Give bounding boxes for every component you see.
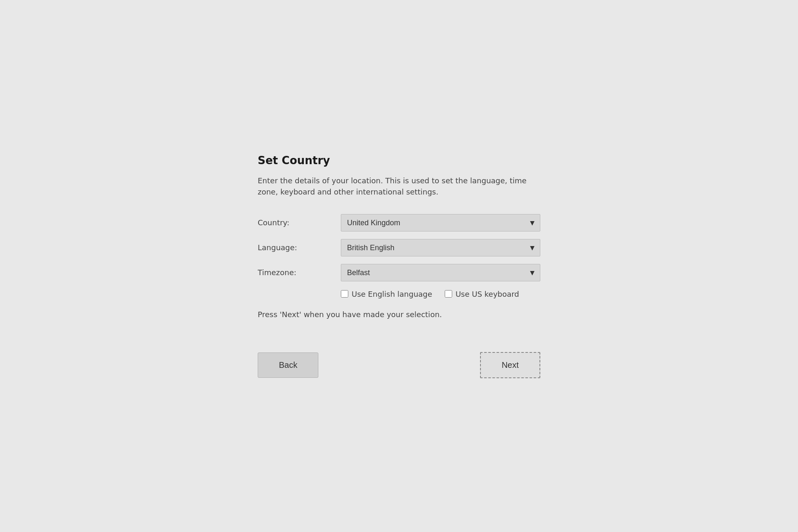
use-english-checkbox[interactable] xyxy=(341,290,348,298)
country-select[interactable]: United Kingdom United States Germany Fra… xyxy=(341,214,540,232)
checkboxes-row: Use English language Use US keyboard xyxy=(341,290,540,298)
back-button[interactable]: Back xyxy=(258,352,318,378)
press-next-text: Press 'Next' when you have made your sel… xyxy=(258,310,540,319)
language-label: Language: xyxy=(258,243,297,252)
page-title: Set Country xyxy=(258,154,540,167)
main-dialog: Set Country Enter the details of your lo… xyxy=(191,129,607,403)
use-us-keyboard-checkbox-label[interactable]: Use US keyboard xyxy=(445,290,519,298)
page-description: Enter the details of your location. This… xyxy=(258,175,540,197)
country-select-wrapper: United Kingdom United States Germany Fra… xyxy=(341,214,540,232)
use-english-label-text: Use English language xyxy=(352,290,432,298)
timezone-select-wrapper: Belfast London UTC Edinburgh Dublin xyxy=(341,264,540,281)
language-select[interactable]: British English American English German … xyxy=(341,239,540,256)
use-us-keyboard-label-text: Use US keyboard xyxy=(456,290,519,298)
form-grid: Country: United Kingdom United States Ge… xyxy=(258,214,540,281)
button-row: Back Next xyxy=(258,352,540,378)
language-select-wrapper: British English American English German … xyxy=(341,239,540,256)
use-us-keyboard-checkbox[interactable] xyxy=(445,290,452,298)
country-label: Country: xyxy=(258,218,289,227)
next-button[interactable]: Next xyxy=(480,352,540,378)
use-english-checkbox-label[interactable]: Use English language xyxy=(341,290,432,298)
timezone-label: Timezone: xyxy=(258,268,296,277)
timezone-select[interactable]: Belfast London UTC Edinburgh Dublin xyxy=(341,264,540,281)
